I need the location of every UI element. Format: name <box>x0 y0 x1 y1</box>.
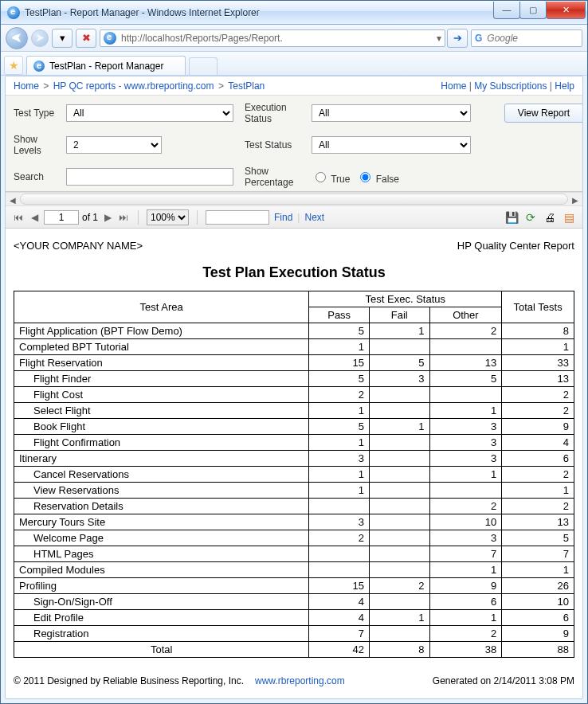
close-button[interactable]: ✕ <box>546 2 586 19</box>
cell-other: 3 <box>429 435 502 451</box>
minimize-button[interactable]: — <box>493 2 520 19</box>
page-nav: ⏮ ◀ of 1 ▶ ⏭ <box>12 210 130 225</box>
cell-test-area: Compiled Modules <box>14 562 309 578</box>
scroll-left-icon[interactable]: ◀ <box>6 193 20 207</box>
report-header-line: <YOUR COMPANY NAME> HP Quality Center Re… <box>14 240 574 252</box>
first-page-icon[interactable]: ⏮ <box>12 212 25 223</box>
forward-button[interactable]: ⮞ <box>31 29 49 47</box>
test-type-select[interactable]: All <box>66 104 233 122</box>
scroll-right-icon[interactable]: ▶ <box>568 193 582 207</box>
page-current-input[interactable] <box>44 210 79 225</box>
report-toolbar: ⏮ ◀ of 1 ▶ ⏭ 100% Find | Next 💾 ⟳ 🖨 ▤ <box>6 206 582 229</box>
test-status-label: Test Status <box>245 139 300 151</box>
show-pct-true[interactable]: True <box>312 170 350 185</box>
find-input[interactable] <box>206 210 269 225</box>
search-input[interactable] <box>485 32 578 45</box>
cell-other: 7 <box>429 546 502 562</box>
show-pct-false[interactable]: False <box>356 170 399 185</box>
cell-fail <box>369 467 429 483</box>
cell-fail: 5 <box>369 355 429 371</box>
footer-link[interactable]: www.rbreporting.com <box>255 675 345 686</box>
breadcrumb-link[interactable]: TestPlan <box>228 80 265 92</box>
search-box[interactable]: G <box>471 29 582 47</box>
window-title: TestPlan - Report Manager - Windows Inte… <box>25 7 494 18</box>
cell-pass: 15 <box>309 578 370 594</box>
test-type-label: Test Type <box>14 108 55 119</box>
cell-pass: 7 <box>309 626 370 642</box>
feed-icon[interactable]: ▤ <box>562 210 576 225</box>
print-icon[interactable]: 🖨 <box>543 210 557 225</box>
next-link[interactable]: Next <box>304 212 324 223</box>
search-field[interactable] <box>66 168 233 186</box>
show-pct-label: Show Percentage <box>245 166 300 188</box>
col-total: Total Tests <box>502 291 574 323</box>
report-title: Test Plan Execution Status <box>14 264 574 281</box>
address-bar[interactable]: ▾ <box>100 29 445 47</box>
cell-test-area: HTML Pages <box>14 546 309 562</box>
col-other: Other <box>429 307 502 323</box>
cell-fail <box>369 451 429 467</box>
prev-page-icon[interactable]: ◀ <box>28 212 41 223</box>
table-row: Flight Finder53513 <box>14 371 574 387</box>
cell-total: 1 <box>502 339 574 355</box>
cell-fail <box>369 403 429 419</box>
breadcrumb: Home > HP QC reports - www.rbreporting.c… <box>6 76 582 96</box>
next-page-icon[interactable]: ▶ <box>101 212 114 223</box>
exec-status-select[interactable]: All <box>312 104 471 122</box>
table-row: Welcome Page235 <box>14 530 574 546</box>
header-link[interactable]: Help <box>555 80 574 92</box>
scroll-track[interactable] <box>20 194 568 205</box>
google-icon: G <box>475 33 482 44</box>
cell-test-area: Flight Reservation <box>14 355 309 371</box>
recent-pages-button[interactable]: ▾ <box>52 29 73 48</box>
view-report-button[interactable]: View Report <box>504 104 583 123</box>
back-button[interactable]: ⮜ <box>6 27 28 49</box>
tab-active[interactable]: TestPlan - Report Manager <box>26 56 186 75</box>
total-row: Total 42 8 38 88 <box>14 642 574 658</box>
cell-test-area: Reservation Details <box>14 499 309 514</box>
header-link[interactable]: My Subscriptions <box>474 80 547 92</box>
table-row: Reservation Details22 <box>14 499 574 514</box>
table-row: Edit Profile4116 <box>14 610 574 626</box>
breadcrumb-link[interactable]: HP QC reports - www.rbreporting.com <box>53 80 214 92</box>
stop-button[interactable]: ✖ <box>76 29 96 48</box>
test-status-select[interactable]: All <box>312 136 471 154</box>
total-fail: 8 <box>369 642 429 658</box>
last-page-icon[interactable]: ⏭ <box>117 212 130 223</box>
export-icon[interactable]: 💾 <box>504 210 519 225</box>
exec-status-label: Execution Status <box>245 102 300 124</box>
header-link[interactable]: Home <box>441 80 466 92</box>
cell-fail: 1 <box>369 323 429 339</box>
cell-total: 2 <box>502 387 574 403</box>
dropdown-icon[interactable]: ▾ <box>437 33 441 44</box>
cell-other <box>429 339 502 355</box>
find-link[interactable]: Find <box>274 212 292 223</box>
table-row: Compiled Modules11 <box>14 562 574 578</box>
total-label: Total <box>14 642 309 658</box>
cell-test-area: View Reservations <box>14 483 309 499</box>
cell-other: 6 <box>429 594 502 610</box>
new-tab-button[interactable] <box>189 57 218 75</box>
footer-generated: Generated on 2/14/2011 3:08 PM <box>433 675 574 686</box>
cell-pass: 5 <box>309 371 370 387</box>
cell-other: 2 <box>429 626 502 642</box>
cell-pass: 3 <box>309 451 370 467</box>
cell-fail: 3 <box>369 371 429 387</box>
go-button[interactable]: ➔ <box>447 29 468 48</box>
cell-test-area: Flight Application (BPT Flow Demo) <box>14 323 309 339</box>
horizontal-scrollbar[interactable]: ◀ ▶ <box>6 192 582 206</box>
address-input[interactable] <box>120 32 433 45</box>
ie-icon <box>33 61 45 72</box>
breadcrumb-link[interactable]: Home <box>14 80 39 92</box>
favorites-button[interactable]: ★ <box>4 56 23 75</box>
refresh-icon[interactable]: ⟳ <box>523 210 538 225</box>
col-pass: Pass <box>309 307 370 323</box>
ie-icon <box>104 32 116 45</box>
zoom-select[interactable]: 100% <box>147 209 189 225</box>
cell-fail <box>369 546 429 562</box>
maximize-button[interactable]: ▢ <box>519 2 547 19</box>
separator <box>138 210 139 225</box>
cell-test-area: Itinerary <box>14 451 309 467</box>
show-levels-select[interactable]: 2 <box>66 136 162 154</box>
cell-test-area: Flight Confirmation <box>14 435 309 451</box>
